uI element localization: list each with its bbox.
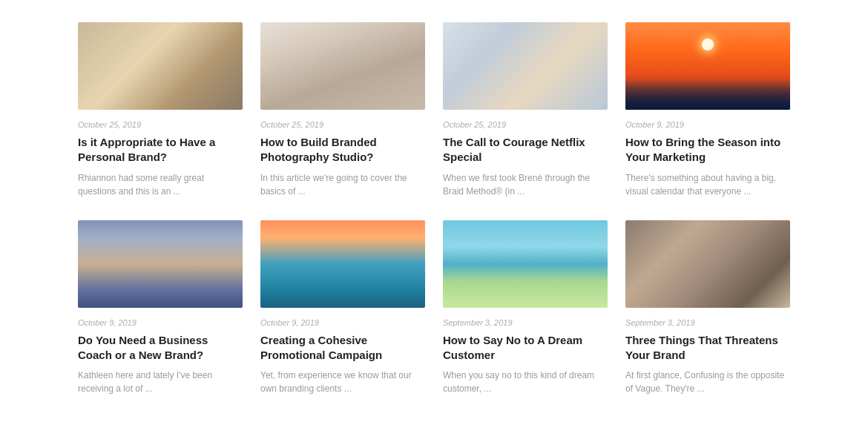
card-excerpt: There's something about having a big, vi…	[625, 171, 790, 198]
card-image	[260, 220, 425, 308]
card-excerpt: Kathleen here and lately I've been recei…	[78, 369, 243, 395]
card-date: October 25, 2019	[260, 120, 425, 129]
card-date: October 25, 2019	[78, 120, 243, 129]
card-image	[625, 220, 790, 308]
blog-card-6[interactable]: October 9, 2019 Creating a Cohesive Prom…	[260, 220, 425, 396]
card-image	[78, 220, 243, 308]
card-title: How to Bring the Season into Your Market…	[625, 135, 790, 165]
card-excerpt: At first glance, Confusing is the opposi…	[625, 369, 790, 395]
card-date: October 9, 2019	[260, 318, 425, 327]
card-image	[260, 22, 425, 110]
card-date: October 9, 2019	[625, 120, 790, 129]
card-title: How to Say No to A Dream Customer	[443, 333, 608, 363]
blog-card-1[interactable]: October 25, 2019 Is it Appropriate to Ha…	[78, 22, 243, 198]
card-date: October 9, 2019	[78, 318, 243, 327]
blog-card-8[interactable]: September 3, 2019 Three Things That Thre…	[625, 220, 790, 396]
card-title: Creating a Cohesive Promotional Campaign	[260, 333, 425, 363]
card-image	[443, 22, 608, 110]
card-title: Do You Need a Business Coach or a New Br…	[78, 333, 243, 363]
card-excerpt: When we first took Brené through the Bra…	[443, 171, 608, 198]
card-excerpt: Rhiannon had some really great questions…	[78, 171, 243, 198]
blog-card-4[interactable]: October 9, 2019 How to Bring the Season …	[625, 22, 790, 198]
card-title: The Call to Courage Netflix Special	[443, 135, 608, 165]
card-image	[443, 220, 608, 308]
card-excerpt: Yet, from experience we know that our ow…	[260, 369, 425, 395]
blog-grid: October 25, 2019 Is it Appropriate to Ha…	[63, 0, 805, 418]
card-date: September 3, 2019	[625, 318, 790, 327]
card-excerpt: In this article we're going to cover the…	[260, 171, 425, 198]
card-image	[78, 22, 243, 110]
card-date: October 25, 2019	[443, 120, 608, 129]
card-date: September 3, 2019	[443, 318, 608, 327]
blog-card-7[interactable]: September 3, 2019 How to Say No to A Dre…	[443, 220, 608, 396]
card-title: How to Build Branded Photography Studio?	[260, 135, 425, 165]
card-title: Is it Appropriate to Have a Personal Bra…	[78, 135, 243, 165]
blog-card-5[interactable]: October 9, 2019 Do You Need a Business C…	[78, 220, 243, 396]
card-excerpt: When you say no to this kind of dream cu…	[443, 369, 608, 395]
blog-card-2[interactable]: October 25, 2019 How to Build Branded Ph…	[260, 22, 425, 198]
card-title: Three Things That Threatens Your Brand	[625, 333, 790, 363]
card-image	[625, 22, 790, 110]
blog-card-3[interactable]: October 25, 2019 The Call to Courage Net…	[443, 22, 608, 198]
